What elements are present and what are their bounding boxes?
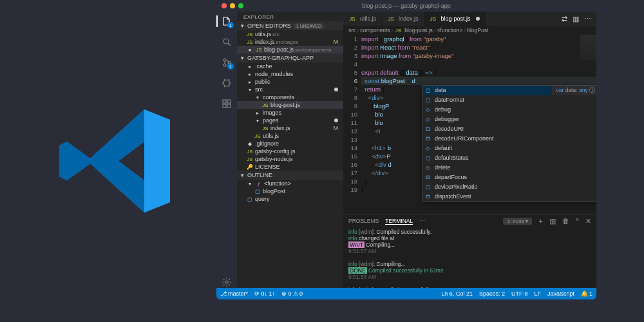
project-section[interactable]: ▾GATSBY-GRAPHQL-APP bbox=[237, 53, 343, 62]
language-mode[interactable]: JavaScript bbox=[547, 290, 574, 297]
file-item[interactable]: JSgatsby-node.js bbox=[237, 155, 343, 163]
chevron-down-icon: ▾ bbox=[241, 172, 247, 178]
suggestion-item[interactable]: ▢devicePixelRatio bbox=[423, 182, 596, 192]
outline-item[interactable]: ▾ƒ<function> bbox=[237, 180, 343, 187]
maximize-window-icon[interactable] bbox=[238, 3, 243, 8]
explorer-icon[interactable]: 1 bbox=[221, 15, 232, 27]
open-editor-item[interactable]: JSindex.jssrc/pagesM bbox=[237, 38, 343, 46]
encoding[interactable]: UTF-8 bbox=[511, 290, 528, 297]
variable-icon: ▢ bbox=[246, 196, 254, 202]
open-editor-item[interactable]: ●JSblog-post.jssrc/components bbox=[237, 46, 343, 53]
more-actions-icon[interactable]: ⋯ bbox=[584, 15, 591, 23]
compare-icon[interactable]: ⇄ bbox=[562, 15, 567, 23]
modified-dot-icon bbox=[334, 118, 338, 122]
suggestion-item[interactable]: ◇debugger bbox=[423, 115, 596, 124]
cursor-position[interactable]: Ln 6, Col 21 bbox=[441, 290, 473, 297]
editor-tabs: JSutils.js JSindex.js JSblog-post.js ⇄ ▥… bbox=[343, 12, 596, 26]
js-file-icon: JS bbox=[246, 32, 254, 37]
js-file-icon: JS bbox=[387, 16, 395, 22]
debug-icon[interactable] bbox=[221, 77, 232, 89]
intellisense-popup[interactable]: var data: any ⓘ ▢data ▢dateFormat ◇debug… bbox=[422, 85, 596, 202]
panel-tabs: PROBLEMS TERMINAL ⋯ 1: node ▾ + ▥ 🗑 ^ ✕ bbox=[343, 214, 596, 227]
terminal-selector[interactable]: 1: node ▾ bbox=[503, 218, 532, 225]
folder-item[interactable]: ▸.cache bbox=[237, 62, 343, 70]
suggestion-item[interactable]: ◇debug bbox=[423, 105, 596, 115]
source-control-icon[interactable]: 1 bbox=[221, 57, 232, 68]
suggestion-item[interactable]: ⊡decodeURIComponent bbox=[423, 134, 596, 144]
folder-item[interactable]: ▾pages bbox=[237, 117, 343, 124]
open-editor-item[interactable]: JSutils.jssrc bbox=[237, 30, 343, 38]
code-editor[interactable]: 12345678910111213141516171819 import { g… bbox=[343, 35, 596, 214]
folder-item[interactable]: ▾src bbox=[237, 86, 343, 93]
chevron-down-icon: ▾ bbox=[254, 118, 261, 124]
suggestion-item[interactable]: ◇default bbox=[423, 144, 596, 153]
suggestion-item[interactable]: ▢dateFormat bbox=[423, 95, 596, 105]
suggestion-item[interactable]: ⊡departFocus bbox=[423, 173, 596, 182]
minimize-window-icon[interactable] bbox=[230, 3, 235, 8]
git-sync[interactable]: ⟳ 0↓ 1↑ bbox=[254, 290, 275, 297]
js-file-icon: JS bbox=[255, 47, 263, 53]
file-item[interactable]: JSutils.js bbox=[237, 132, 343, 140]
tab-index[interactable]: JSindex.js bbox=[382, 12, 424, 26]
close-window-icon[interactable] bbox=[222, 3, 227, 8]
file-item[interactable]: 🔑LICENSE bbox=[237, 163, 343, 171]
explorer-badge: 1 bbox=[227, 22, 234, 28]
code-lines: import { graphql } from "gatsby" import … bbox=[361, 35, 596, 214]
svg-rect-6 bbox=[227, 100, 231, 103]
folder-item[interactable]: ▾components bbox=[237, 93, 343, 101]
git-branch[interactable]: ⎇ master* bbox=[220, 290, 248, 297]
js-file-icon: JS bbox=[246, 156, 254, 162]
minimap[interactable] bbox=[580, 35, 596, 61]
problems-count[interactable]: ⊗ 0 ⚠ 0 bbox=[281, 290, 303, 297]
terminal-tab[interactable]: TERMINAL bbox=[385, 218, 413, 225]
suggestion-item[interactable]: ⊡decodeURI bbox=[423, 124, 596, 134]
tab-blog-post[interactable]: JSblog-post.js bbox=[424, 12, 486, 26]
split-terminal-icon[interactable]: ▥ bbox=[549, 217, 556, 225]
file-item[interactable]: JSindex.jsM bbox=[237, 124, 343, 132]
close-panel-icon[interactable]: ✕ bbox=[585, 217, 591, 225]
kill-terminal-icon[interactable]: 🗑 bbox=[562, 217, 569, 225]
maximize-panel-icon[interactable]: ^ bbox=[576, 217, 579, 225]
new-terminal-icon[interactable]: + bbox=[538, 217, 542, 225]
function-icon: ⊡ bbox=[426, 173, 435, 182]
folder-item[interactable]: ▸public bbox=[237, 78, 343, 86]
problems-tab[interactable]: PROBLEMS bbox=[348, 218, 379, 224]
terminal-output[interactable]: info [wdm]: Compiled successfully. info … bbox=[343, 227, 596, 288]
open-editors-section[interactable]: ▾ OPEN EDITORS 1 UNSAVED bbox=[237, 21, 343, 30]
outline-item[interactable]: ▢blogPost bbox=[237, 187, 343, 195]
chevron-down-icon: ▾ bbox=[254, 95, 261, 100]
outline-section[interactable]: ▾OUTLINE bbox=[237, 171, 343, 180]
tab-utils[interactable]: JSutils.js bbox=[343, 12, 382, 26]
search-icon[interactable] bbox=[221, 36, 232, 48]
notifications-icon[interactable]: 🔔 1 bbox=[581, 290, 592, 297]
svg-point-9 bbox=[225, 281, 228, 283]
keyword-icon: ◇ bbox=[426, 106, 435, 114]
more-icon[interactable]: ⋯ bbox=[419, 218, 425, 224]
unsaved-badge: 1 UNSAVED bbox=[294, 23, 324, 29]
file-icon: 🔑 bbox=[246, 164, 254, 170]
suggestion-item[interactable]: ▢defaultStatus bbox=[423, 153, 596, 163]
chevron-down-icon: ▾ bbox=[246, 87, 254, 93]
settings-gear-icon[interactable] bbox=[221, 276, 232, 288]
indentation[interactable]: Spaces: 2 bbox=[479, 290, 505, 297]
file-item[interactable]: JSblog-post.js bbox=[237, 101, 343, 109]
dirty-dot-icon bbox=[476, 17, 480, 21]
folder-item[interactable]: ▸node_modules bbox=[237, 70, 343, 78]
status-bar: ⎇ master* ⟳ 0↓ 1↑ ⊗ 0 ⚠ 0 Ln 6, Col 21 S… bbox=[216, 288, 596, 299]
eol[interactable]: LF bbox=[534, 290, 541, 297]
svg-point-1 bbox=[223, 59, 226, 61]
breadcrumb[interactable]: src› components› JSblog-post.js› <functi… bbox=[343, 26, 596, 35]
traffic-lights bbox=[222, 3, 243, 8]
outline-item[interactable]: ▢query bbox=[237, 195, 343, 203]
suggestion-item[interactable]: ⊡dispatchEvent bbox=[423, 192, 596, 202]
split-editor-icon[interactable]: ▥ bbox=[573, 15, 579, 23]
function-icon: ⊡ bbox=[426, 125, 435, 133]
folder-item[interactable]: ▸images bbox=[237, 109, 343, 117]
extensions-icon[interactable] bbox=[221, 98, 232, 109]
file-item[interactable]: JSgatsby-config.js bbox=[237, 147, 343, 155]
file-item[interactable]: ◆.gitignore bbox=[237, 140, 343, 147]
type-hint: var data: any ⓘ bbox=[552, 86, 596, 95]
variable-icon: ▢ bbox=[426, 154, 435, 162]
suggestion-item[interactable]: ◇delete bbox=[423, 163, 596, 173]
chevron-right-icon: ▸ bbox=[254, 110, 261, 116]
